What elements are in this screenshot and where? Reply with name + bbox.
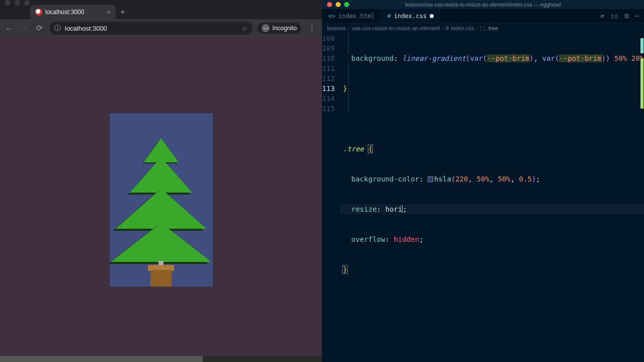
editor-window: lessons/use-css-resize-to-resize-an-elem…: [322, 0, 644, 362]
browser-window: localhost:3000 × + ← → ⟳ ⓘ localhost:300…: [0, 0, 322, 362]
scrollbar-thumb[interactable]: [0, 356, 203, 362]
incognito-badge[interactable]: 👓 Incognito: [258, 23, 301, 34]
site-info-icon[interactable]: ⓘ: [54, 24, 61, 33]
pot: [150, 270, 172, 287]
symbol-icon: ⬚: [480, 25, 485, 32]
traffic-dot[interactable]: [15, 0, 20, 6]
new-tab-button[interactable]: +: [116, 5, 130, 19]
browser-traffic-lights: [5, 0, 30, 6]
browser-menu-button[interactable]: ⋮: [306, 24, 318, 33]
line-number: 115: [322, 104, 335, 114]
line-number: 112: [322, 73, 335, 83]
browser-titlebar: [0, 0, 322, 4]
address-bar[interactable]: ⓘ localhost:3000 ☆: [49, 22, 253, 35]
line-number-gutter: 108 109 110 111 112 113 114 115: [322, 33, 340, 362]
code-line[interactable]: .tree {: [340, 144, 644, 154]
breadcrumb-symbol[interactable]: .tree: [487, 25, 498, 31]
browser-tab[interactable]: localhost:3000 ×: [30, 5, 116, 19]
chevron-right-icon: ›: [476, 25, 478, 31]
breadcrumb[interactable]: lessons › use-css-resize-to-resize-an-el…: [322, 23, 644, 33]
tab-label: index.html: [338, 13, 374, 20]
line-number: 111: [322, 63, 335, 73]
editor-tab-css[interactable]: # index.css: [381, 9, 440, 23]
url-text: localhost:3000: [65, 25, 107, 32]
line-number: 113: [322, 83, 335, 94]
code-line[interactable]: overflow: hidden;: [340, 234, 644, 244]
line-number: 109: [322, 43, 335, 53]
browser-tab-strip: localhost:3000 × +: [0, 4, 322, 19]
editor-tab-html[interactable]: <> index.html: [322, 9, 381, 23]
traffic-dot[interactable]: [24, 0, 30, 6]
code-line[interactable]: [340, 114, 644, 124]
back-button[interactable]: ←: [4, 24, 14, 33]
code-line[interactable]: resize: hori;: [340, 204, 644, 214]
code-line[interactable]: background-color: hsla(220, 50%, 50%, 0.…: [340, 174, 644, 184]
breadcrumb-seg[interactable]: lessons: [327, 25, 346, 31]
code-editor[interactable]: 108 109 110 111 112 113 114 115 backgrou…: [322, 33, 644, 362]
css-file-icon: #: [387, 13, 391, 20]
editor-tab-bar: <> index.html # index.css ⇄ ▯▯ ⧉ ⋯: [322, 9, 644, 23]
compare-changes-icon[interactable]: ⇄: [601, 12, 605, 20]
code-content[interactable]: background: linear-gradient(var(--pot-br…: [340, 33, 644, 362]
incognito-label: Incognito: [272, 25, 297, 32]
horizontal-scrollbar[interactable]: [0, 356, 322, 362]
tab-title: localhost:3000: [45, 9, 84, 16]
overview-mark: [640, 38, 643, 53]
page-viewport: [0, 37, 322, 362]
browser-toolbar: ← → ⟳ ⓘ localhost:3000 ☆ 👓 Incognito ⋮: [0, 19, 322, 37]
line-number: 114: [322, 94, 335, 104]
preview-icon[interactable]: ⧉: [624, 12, 629, 20]
editor-tab-actions: ⇄ ▯▯ ⧉ ⋯: [601, 9, 644, 23]
dirty-indicator-icon: [430, 14, 434, 18]
window-title: lessons/use-css-resize-to-resize-an-elem…: [322, 2, 644, 8]
chevron-right-icon: ›: [442, 25, 444, 31]
color-swatch-icon[interactable]: [428, 176, 433, 182]
css-file-icon: #: [446, 25, 449, 31]
breadcrumb-file[interactable]: index.css: [451, 25, 474, 31]
html-file-icon: <>: [328, 13, 335, 20]
code-line[interactable]: background: linear-gradient(var(--pot-br…: [340, 53, 644, 63]
line-number: 108: [322, 33, 335, 43]
incognito-icon: 👓: [262, 24, 270, 32]
split-editor-icon[interactable]: ▯▯: [611, 12, 619, 20]
tab-close-icon[interactable]: ×: [107, 9, 111, 16]
breadcrumb-seg[interactable]: use-css-resize-to-resize-an-element: [352, 25, 440, 31]
chevron-right-icon: ›: [348, 25, 350, 31]
editor-titlebar: lessons/use-css-resize-to-resize-an-elem…: [322, 0, 644, 9]
forward-button[interactable]: →: [19, 24, 29, 33]
more-actions-icon[interactable]: ⋯: [635, 12, 639, 20]
code-line[interactable]: }: [340, 83, 644, 94]
overview-ruler[interactable]: [639, 33, 644, 362]
line-number: 110: [322, 53, 335, 63]
reload-button[interactable]: ⟳: [34, 24, 44, 33]
code-line[interactable]: }: [340, 264, 644, 275]
tree-tier: [130, 157, 192, 193]
favicon-icon: [35, 9, 42, 16]
tab-label: index.css: [394, 13, 427, 20]
tree-tier: [111, 223, 211, 262]
overview-mark: [640, 58, 643, 109]
window-divider[interactable]: [322, 0, 323, 362]
tree-element[interactable]: [110, 113, 213, 287]
traffic-dot[interactable]: [5, 0, 11, 6]
bookmark-icon[interactable]: ☆: [242, 25, 248, 32]
